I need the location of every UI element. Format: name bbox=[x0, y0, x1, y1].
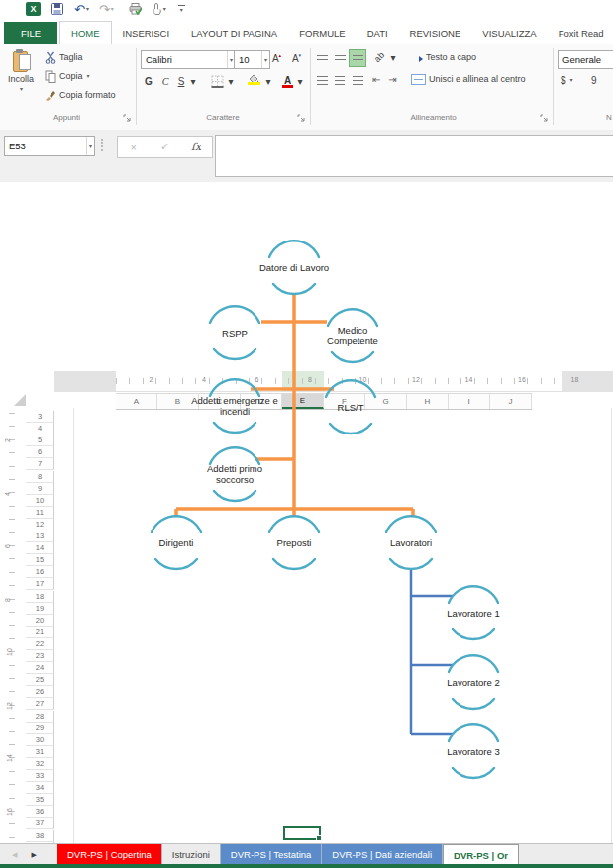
row-header-9[interactable]: 9 bbox=[26, 483, 54, 495]
fill-color-dropdown[interactable]: ▾ bbox=[264, 76, 272, 88]
align-bottom-button[interactable] bbox=[349, 49, 366, 67]
bold-button[interactable]: G bbox=[142, 73, 155, 89]
row-header-33[interactable]: 33 bbox=[26, 770, 54, 782]
row-header-16[interactable]: 16 bbox=[26, 566, 54, 578]
org-node-4[interactable]: RLS/T bbox=[321, 402, 380, 413]
row-header-34[interactable]: 34 bbox=[26, 782, 54, 794]
currency-button[interactable]: $▾ bbox=[561, 73, 573, 87]
alignment-dialog-launcher[interactable] bbox=[540, 114, 549, 123]
ribbon-tab-inserisci[interactable]: INSERISCI bbox=[112, 23, 181, 44]
decrease-indent-icon[interactable]: ⇤ bbox=[370, 71, 383, 87]
wrap-text-button[interactable]: Testo a capo bbox=[411, 50, 476, 64]
org-node-7[interactable]: Preposti bbox=[255, 537, 334, 548]
row-header-20[interactable]: 20 bbox=[26, 615, 54, 627]
column-header-A[interactable]: A bbox=[116, 394, 157, 409]
row-header-3[interactable]: 3 bbox=[26, 411, 54, 423]
format-painter-button[interactable]: Copia formato bbox=[45, 88, 116, 102]
undo-icon[interactable]: ↶▾ bbox=[73, 1, 90, 17]
row-header-35[interactable]: 35 bbox=[26, 794, 54, 806]
row-header-27[interactable]: 27 bbox=[26, 698, 54, 710]
row-header-4[interactable]: 4 bbox=[26, 423, 54, 434]
row-header-23[interactable]: 23 bbox=[26, 650, 54, 662]
sheet-tab-istruzioni[interactable]: Istruzioni bbox=[162, 844, 221, 865]
sheet-tab-dvr-ps-dati-aziendali[interactable]: DVR-PS | Dati aziendali bbox=[322, 844, 443, 865]
align-top-button[interactable] bbox=[313, 49, 331, 67]
row-header-17[interactable]: 17 bbox=[26, 578, 54, 590]
select-all-corner[interactable] bbox=[14, 394, 26, 406]
sheet-tab-dvr-ps-or[interactable]: DVR-PS | Or bbox=[443, 844, 519, 865]
cancel-icon[interactable]: × bbox=[118, 142, 150, 153]
row-header-10[interactable]: 10 bbox=[26, 495, 54, 507]
row-header-13[interactable]: 13 bbox=[26, 530, 54, 542]
ribbon-tab-file[interactable]: FILE bbox=[4, 22, 57, 44]
print-preview-icon[interactable] bbox=[128, 1, 143, 17]
align-center-button[interactable] bbox=[331, 71, 349, 89]
org-node-9[interactable]: Lavoratore 1 bbox=[429, 608, 518, 619]
font-color-dropdown[interactable]: ▾ bbox=[296, 76, 304, 88]
touch-mode-icon[interactable]: ▾ bbox=[150, 1, 167, 17]
row-header-29[interactable]: 29 bbox=[26, 723, 54, 734]
row-header-22[interactable]: 22 bbox=[26, 638, 54, 650]
org-node-0[interactable]: Datore di Lavoro bbox=[245, 262, 344, 273]
percent-button[interactable]: 9 bbox=[591, 73, 597, 87]
align-right-button[interactable] bbox=[349, 71, 366, 89]
org-node-3[interactable]: Addetti emergenze e incendi bbox=[179, 395, 290, 417]
align-left-button[interactable] bbox=[313, 71, 331, 89]
ribbon-tab-dati[interactable]: DATI bbox=[357, 23, 399, 44]
row-header-38[interactable]: 38 bbox=[26, 830, 54, 842]
align-middle-button[interactable] bbox=[331, 49, 349, 67]
org-node-5[interactable]: Addetti primo soccorso bbox=[191, 463, 278, 485]
row-header-15[interactable]: 15 bbox=[26, 554, 54, 566]
selected-cell-e53[interactable] bbox=[283, 826, 321, 840]
enter-icon[interactable]: ✓ bbox=[150, 141, 181, 153]
ribbon-tab-home[interactable]: HOME bbox=[59, 21, 112, 45]
row-header-37[interactable]: 37 bbox=[26, 818, 54, 829]
sheet-tab-dvr-ps-copertina[interactable]: DVR-PS | Copertina bbox=[57, 844, 162, 865]
orientation-icon[interactable]: ab bbox=[370, 49, 388, 65]
insert-function-icon[interactable]: fx bbox=[180, 141, 212, 153]
sheet-tab-dvr-ps-testatina[interactable]: DVR-PS | Testatina bbox=[221, 844, 323, 865]
row-header-18[interactable]: 18 bbox=[26, 591, 54, 603]
row-header-25[interactable]: 25 bbox=[26, 674, 54, 686]
paste-button[interactable]: Incolla ▾ bbox=[4, 48, 38, 113]
row-header-21[interactable]: 21 bbox=[26, 627, 54, 638]
column-header-J[interactable]: J bbox=[490, 394, 532, 409]
underline-button[interactable]: S bbox=[175, 73, 187, 89]
copy-button[interactable]: Copia▾ bbox=[45, 69, 90, 83]
redo-icon[interactable]: ↷▾ bbox=[98, 1, 115, 17]
customize-qat-icon[interactable]: ▾ bbox=[177, 1, 186, 17]
ribbon-tab-foxit-read[interactable]: Foxit Read bbox=[548, 23, 613, 44]
excel-logo-icon[interactable]: X bbox=[25, 1, 42, 17]
orientation-dropdown[interactable]: ▾ bbox=[389, 52, 397, 64]
ribbon-tab-formule[interactable]: FORMULE bbox=[288, 23, 356, 44]
row-header-32[interactable]: 32 bbox=[26, 758, 54, 770]
column-header-H[interactable]: H bbox=[407, 394, 449, 409]
row-header-26[interactable]: 26 bbox=[26, 686, 54, 698]
ribbon-tab-layout-di-pagina[interactable]: LAYOUT DI PAGINA bbox=[180, 23, 288, 44]
row-header-24[interactable]: 24 bbox=[26, 662, 54, 674]
sheet-nav-left-icon[interactable]: ◀ bbox=[12, 851, 17, 859]
row-header-7[interactable]: 7 bbox=[26, 458, 54, 470]
number-format-select[interactable]: Generale bbox=[558, 50, 613, 69]
font-dialog-launcher[interactable] bbox=[297, 114, 306, 123]
fill-handle[interactable] bbox=[316, 835, 322, 841]
shrink-font-button[interactable]: A▾ bbox=[288, 50, 305, 67]
borders-icon[interactable] bbox=[210, 74, 224, 88]
borders-dropdown[interactable]: ▾ bbox=[227, 76, 235, 88]
font-name-select[interactable]: Calibri▾ bbox=[141, 50, 236, 69]
ribbon-tab-visualizza[interactable]: VISUALIZZA bbox=[471, 23, 547, 44]
name-box[interactable]: E53▾ bbox=[4, 136, 95, 156]
grow-font-button[interactable]: A▴ bbox=[268, 50, 285, 67]
org-node-11[interactable]: Lavoratore 3 bbox=[429, 746, 518, 757]
row-header-31[interactable]: 31 bbox=[26, 746, 54, 758]
org-node-6[interactable]: Dirigenti bbox=[137, 537, 216, 548]
org-node-1[interactable]: RSPP bbox=[205, 328, 264, 338]
row-header-36[interactable]: 36 bbox=[26, 806, 54, 818]
row-header-5[interactable]: 5 bbox=[26, 434, 54, 446]
ribbon-tab-revisione[interactable]: REVISIONE bbox=[399, 23, 472, 44]
clipboard-dialog-launcher[interactable] bbox=[123, 114, 132, 123]
row-header-12[interactable]: 12 bbox=[26, 519, 54, 530]
row-header-19[interactable]: 19 bbox=[26, 603, 54, 615]
fill-color-icon[interactable] bbox=[247, 73, 261, 85]
column-header-I[interactable]: I bbox=[449, 394, 490, 409]
